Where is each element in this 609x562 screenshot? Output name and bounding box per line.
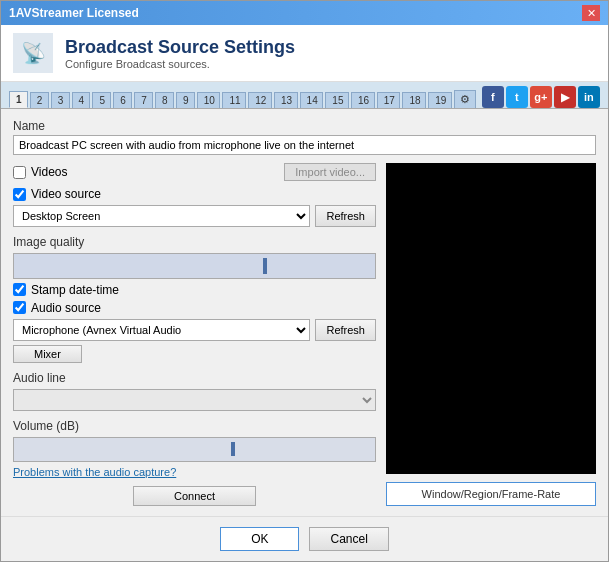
bottom-buttons: OK Cancel (1, 516, 608, 561)
twitter-icon[interactable]: t (506, 86, 528, 108)
page-title: Broadcast Source Settings (65, 37, 295, 58)
ok-button[interactable]: OK (220, 527, 299, 551)
tab-5[interactable]: 5 (92, 92, 111, 108)
stamp-datetime-row: Stamp date-time (13, 283, 376, 297)
social-icons-group: f t g+ ▶ in (482, 86, 600, 108)
tab-16[interactable]: 16 (351, 92, 375, 108)
tab-6[interactable]: 6 (113, 92, 132, 108)
video-source-checkbox[interactable] (13, 188, 26, 201)
audio-line-label: Audio line (13, 371, 376, 385)
videos-label: Videos (31, 165, 67, 179)
videos-checkbox[interactable] (13, 166, 26, 179)
problems-link[interactable]: Problems with the audio capture? (13, 466, 376, 478)
video-source-label: Video source (31, 187, 101, 201)
tab-12[interactable]: 12 (248, 92, 272, 108)
left-panel: Videos Import video... Video source Desk… (13, 163, 376, 506)
tab-14[interactable]: 14 (300, 92, 324, 108)
tabs-row: 1 2 3 4 5 6 7 8 9 10 11 12 13 14 15 16 1… (1, 82, 608, 109)
header-text: Broadcast Source Settings Configure Broa… (65, 37, 295, 70)
video-source-checkbox-row: Video source (13, 187, 376, 201)
close-button[interactable]: ✕ (582, 5, 600, 21)
right-panel: Window/Region/Frame-Rate (386, 163, 596, 506)
window-title: 1AVStreamer Licensed (9, 6, 139, 20)
tab-4[interactable]: 4 (72, 92, 91, 108)
tab-19[interactable]: 19 (428, 92, 452, 108)
youtube-icon[interactable]: ▶ (554, 86, 576, 108)
page-subtitle: Configure Broadcast sources. (65, 58, 295, 70)
videos-checkbox-row: Videos (13, 165, 67, 179)
audio-line-row (13, 389, 376, 411)
settings-tab-icon[interactable]: ⚙ (454, 90, 476, 108)
tab-10[interactable]: 10 (197, 92, 221, 108)
mixer-button[interactable]: Mixer (13, 345, 82, 363)
googleplus-icon[interactable]: g+ (530, 86, 552, 108)
tab-8[interactable]: 8 (155, 92, 174, 108)
app-icon: 📡 (13, 33, 53, 73)
stamp-datetime-checkbox[interactable] (13, 283, 26, 296)
content-area: Name Videos Import video... Video source (1, 109, 608, 516)
tab-15[interactable]: 15 (325, 92, 349, 108)
name-label: Name (13, 119, 596, 133)
tab-2[interactable]: 2 (30, 92, 49, 108)
tab-13[interactable]: 13 (274, 92, 298, 108)
preview-area (386, 163, 596, 474)
audio-line-dropdown[interactable] (13, 389, 376, 411)
stamp-datetime-label: Stamp date-time (31, 283, 119, 297)
videos-row: Videos Import video... (13, 163, 376, 181)
window-region-button[interactable]: Window/Region/Frame-Rate (386, 482, 596, 506)
connect-button[interactable]: Connect (133, 486, 256, 506)
name-input[interactable] (13, 135, 596, 155)
linkedin-icon[interactable]: in (578, 86, 600, 108)
audio-source-checkbox-row: Audio source (13, 301, 376, 315)
tab-1[interactable]: 1 (9, 91, 28, 108)
title-bar: 1AVStreamer Licensed ✕ (1, 1, 608, 25)
tab-17[interactable]: 17 (377, 92, 401, 108)
volume-label: Volume (dB) (13, 419, 376, 433)
main-area: Videos Import video... Video source Desk… (13, 163, 596, 506)
tab-11[interactable]: 11 (222, 92, 246, 108)
tab-9[interactable]: 9 (176, 92, 195, 108)
connect-row: Connect (13, 486, 376, 506)
video-source-dropdown[interactable]: Desktop Screen (13, 205, 310, 227)
facebook-icon[interactable]: f (482, 86, 504, 108)
volume-slider[interactable] (13, 437, 376, 463)
mixer-row: Mixer (13, 345, 376, 363)
main-window: 1AVStreamer Licensed ✕ 📡 Broadcast Sourc… (0, 0, 609, 562)
tab-3[interactable]: 3 (51, 92, 70, 108)
audio-source-row: Microphone (Avnex Virtual Audio Refresh (13, 319, 376, 341)
video-source-row: Desktop Screen Refresh (13, 205, 376, 227)
audio-refresh-button[interactable]: Refresh (315, 319, 376, 341)
import-video-button[interactable]: Import video... (284, 163, 376, 181)
image-quality-slider[interactable] (13, 253, 376, 279)
video-refresh-button[interactable]: Refresh (315, 205, 376, 227)
audio-source-dropdown[interactable]: Microphone (Avnex Virtual Audio (13, 319, 310, 341)
tab-7[interactable]: 7 (134, 92, 153, 108)
audio-source-checkbox[interactable] (13, 301, 26, 314)
image-quality-label: Image quality (13, 235, 376, 249)
header: 📡 Broadcast Source Settings Configure Br… (1, 25, 608, 82)
audio-source-label: Audio source (31, 301, 101, 315)
cancel-button[interactable]: Cancel (309, 527, 388, 551)
tab-18[interactable]: 18 (402, 92, 426, 108)
